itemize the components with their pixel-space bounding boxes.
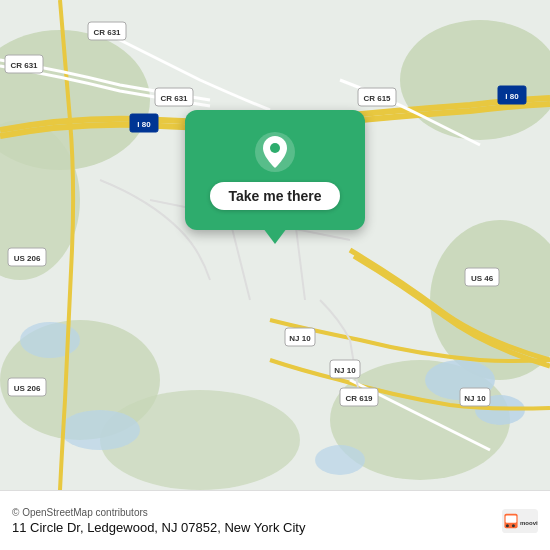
svg-text:CR 619: CR 619 <box>345 394 373 403</box>
location-pin-icon <box>253 130 297 174</box>
bottom-bar: © OpenStreetMap contributors 11 Circle D… <box>0 490 550 550</box>
svg-point-12 <box>315 445 365 475</box>
svg-text:NJ 10: NJ 10 <box>289 334 311 343</box>
svg-text:US 206: US 206 <box>14 254 41 263</box>
address-text: 11 Circle Dr, Ledgewood, NJ 07852, New Y… <box>12 520 492 535</box>
map-svg: CR 631 CR 631 CR 631 I 80 I 80 CR 615 US… <box>0 0 550 490</box>
svg-rect-43 <box>506 515 517 522</box>
svg-point-45 <box>512 524 515 527</box>
take-me-there-button[interactable]: Take me there <box>210 182 339 210</box>
location-popup: Take me there <box>160 110 390 230</box>
svg-text:NJ 10: NJ 10 <box>334 366 356 375</box>
popup-box: Take me there <box>185 110 365 230</box>
svg-point-40 <box>270 143 280 153</box>
svg-text:NJ 10: NJ 10 <box>464 394 486 403</box>
svg-text:CR 615: CR 615 <box>363 94 391 103</box>
svg-text:I 80: I 80 <box>137 120 151 129</box>
map-container[interactable]: CR 631 CR 631 CR 631 I 80 I 80 CR 615 US… <box>0 0 550 490</box>
svg-text:moovit: moovit <box>520 519 538 525</box>
address-section: © OpenStreetMap contributors 11 Circle D… <box>12 507 492 535</box>
moovit-icon-svg: moovit <box>502 503 538 539</box>
svg-text:CR 631: CR 631 <box>93 28 121 37</box>
svg-point-10 <box>20 322 80 358</box>
moovit-logo[interactable]: moovit <box>502 503 538 539</box>
svg-text:US 206: US 206 <box>14 384 41 393</box>
svg-text:I 80: I 80 <box>505 92 519 101</box>
osm-credit: © OpenStreetMap contributors <box>12 507 492 518</box>
svg-text:CR 631: CR 631 <box>160 94 188 103</box>
svg-text:US 46: US 46 <box>471 274 494 283</box>
svg-point-11 <box>60 410 140 450</box>
svg-point-44 <box>506 524 509 527</box>
svg-text:CR 631: CR 631 <box>10 61 38 70</box>
